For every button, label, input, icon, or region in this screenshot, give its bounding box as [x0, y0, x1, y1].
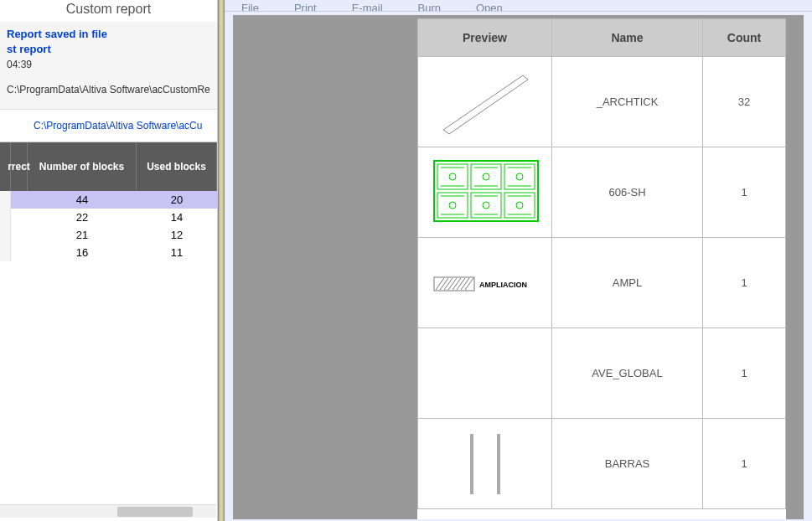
block-name-cell: _ARCHTICK — [552, 57, 703, 147]
grid-cell-usedblocks: 20 — [137, 191, 217, 209]
block-row[interactable]: AVE_GLOBAL1 — [418, 328, 786, 419]
grid-row[interactable]: 1611 — [0, 244, 217, 261]
blk-header-count: Count — [703, 19, 786, 57]
svg-point-3 — [449, 173, 456, 180]
grid-header-usedblocks: Used blocks — [137, 142, 217, 191]
grid-row[interactable]: 2112 — [0, 226, 217, 244]
svg-point-7 — [483, 173, 489, 180]
grid-cell — [11, 191, 28, 209]
left-panel: Custom report Report saved in file st re… — [0, 0, 218, 521]
block-count-cell: 32 — [703, 57, 786, 147]
block-preview-cell — [418, 328, 552, 419]
block-name-cell: AMPL — [552, 238, 703, 328]
grid-cell-numblocks: 21 — [28, 226, 137, 244]
grid-cell-numblocks: 22 — [28, 209, 137, 226]
block-count-cell: 1 — [703, 147, 786, 238]
svg-point-11 — [516, 173, 523, 180]
info-path-link[interactable]: C:\ProgramData\Altiva Software\acCu — [0, 110, 217, 142]
block-name-cell: 606-SH — [552, 147, 703, 238]
grid-cell-numblocks: 44 — [28, 191, 137, 209]
splitter-handle[interactable] — [218, 0, 225, 521]
svg-text:AMPLIACION: AMPLIACION — [479, 281, 527, 289]
grid-cell-numblocks: 16 — [28, 244, 137, 261]
svg-line-27 — [436, 278, 444, 290]
grid-cell — [11, 209, 28, 226]
grid-cell-usedblocks: 11 — [137, 244, 217, 261]
toolbar-file[interactable]: File — [241, 2, 259, 12]
block-row[interactable]: _ARCHTICK32 — [418, 57, 786, 147]
block-name-cell: AVE_GLOBAL — [552, 328, 703, 419]
svg-line-31 — [453, 278, 461, 290]
grid-header: rrect Number of blocks Used blocks — [0, 142, 217, 191]
svg-point-23 — [516, 202, 523, 209]
grid-header-numblocks: Number of blocks — [28, 142, 137, 191]
block-count-cell: 1 — [703, 328, 786, 419]
toolbar-open[interactable]: Open — [476, 2, 503, 12]
grid-cell-usedblocks: 14 — [137, 209, 217, 226]
grid-cell — [11, 244, 28, 261]
svg-line-30 — [448, 278, 457, 290]
blk-header-name: Name — [552, 19, 703, 57]
block-preview-cell — [418, 419, 552, 509]
block-row[interactable]: BARRAS1 — [418, 419, 786, 509]
grid-header-correct: rrect — [11, 142, 28, 191]
grid-cell — [11, 226, 28, 244]
svg-line-33 — [461, 278, 469, 290]
report-page: Preview Name Count _ARCHTICK32606-SH1AMP… — [417, 18, 786, 519]
left-data-grid[interactable]: rrect Number of blocks Used blocks 44202… — [0, 142, 217, 261]
panel-title: Custom report — [0, 0, 217, 22]
svg-line-29 — [444, 278, 453, 290]
info-line-saved: Report saved in file — [7, 27, 210, 42]
block-row[interactable]: AMPLIACIONAMPL1 — [418, 238, 786, 328]
horizontal-scrollbar[interactable] — [0, 504, 216, 518]
toolbar-email[interactable]: E-mail — [352, 2, 383, 12]
block-preview-cell — [418, 57, 552, 147]
svg-line-34 — [465, 278, 473, 290]
scrollbar-thumb[interactable] — [117, 507, 193, 517]
toolbar-print[interactable]: Print — [294, 2, 317, 12]
blk-header-preview: Preview — [418, 19, 552, 57]
info-time: 04:39 — [7, 57, 210, 72]
toolbar-burn[interactable]: Burn — [418, 2, 441, 12]
report-viewport[interactable]: Preview Name Count _ARCHTICK32606-SH1AMP… — [233, 15, 804, 519]
grid-row[interactable]: 2214 — [0, 209, 217, 226]
svg-marker-0 — [443, 75, 528, 134]
right-panel: File Print E-mail Burn Open Preview Name… — [225, 0, 812, 521]
svg-point-19 — [483, 202, 489, 209]
block-name-cell: BARRAS — [552, 419, 703, 509]
block-count-cell: 1 — [703, 238, 786, 328]
block-table: Preview Name Count _ARCHTICK32606-SH1AMP… — [417, 18, 786, 509]
block-preview-cell — [418, 147, 552, 238]
svg-point-15 — [449, 202, 456, 209]
svg-rect-1 — [434, 161, 538, 221]
block-count-cell: 1 — [703, 419, 786, 509]
info-line-report: st report — [7, 42, 210, 57]
block-preview-cell: AMPLIACION — [418, 238, 552, 328]
grid-row[interactable]: 4420 — [0, 191, 217, 209]
info-path-long: C:\ProgramData\Altiva Software\acCustomR… — [7, 82, 210, 97]
preview-toolbar: File Print E-mail Burn Open — [225, 0, 812, 12]
grid-cell-usedblocks: 12 — [137, 226, 217, 244]
svg-line-28 — [440, 278, 448, 290]
svg-line-32 — [457, 278, 465, 290]
block-row[interactable]: 606-SH1 — [418, 147, 786, 238]
info-section: Report saved in file st report 04:39 C:\… — [0, 22, 217, 110]
